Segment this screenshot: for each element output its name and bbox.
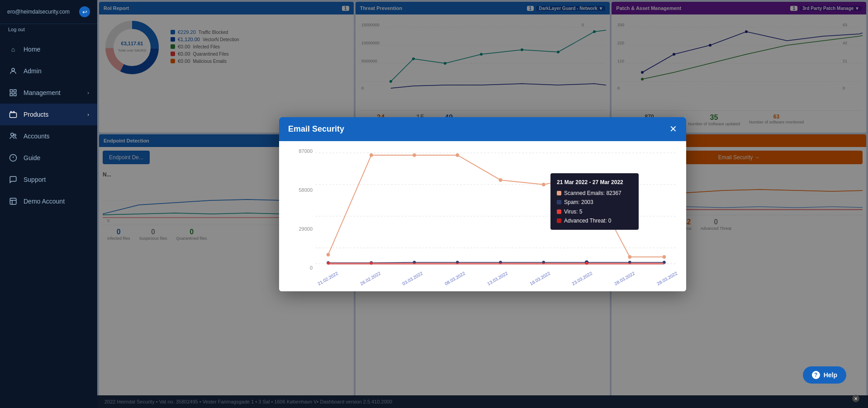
x-label-6: 18.03.2022	[529, 270, 551, 286]
y-label-58000: 58000	[299, 187, 313, 193]
home-icon: ⌂	[8, 44, 18, 54]
y-label-87000: 87000	[299, 148, 313, 154]
sidebar-item-label: Home	[24, 46, 40, 53]
sidebar-nav: ⌂ Home Admin Management › Products ›	[0, 35, 97, 408]
sidebar-item-label: Demo Account	[24, 198, 65, 205]
admin-icon	[8, 66, 18, 76]
sidebar-item-products[interactable]: Products ›	[0, 104, 97, 125]
modal-title: Email Security	[288, 124, 344, 134]
svg-point-7	[14, 134, 16, 137]
scanned-dot	[557, 191, 561, 195]
chevron-right-icon: ›	[87, 112, 89, 117]
tooltip-advanced-threat: Advanced Threat: 0	[557, 216, 632, 225]
sidebar-item-management[interactable]: Management ›	[0, 82, 97, 104]
x-label-9: 28.03.2022	[656, 270, 678, 286]
x-label-5: 13.03.2022	[486, 270, 508, 286]
help-label: Help	[824, 371, 837, 379]
help-button[interactable]: ? Help	[803, 366, 846, 384]
tooltip-spam-value: Spam: 2003	[564, 198, 593, 207]
svg-point-73	[455, 153, 459, 157]
tooltip-spam: Spam: 2003	[557, 198, 632, 207]
sidebar-item-label: Accounts	[24, 133, 50, 140]
logout-label: Log out	[0, 24, 97, 35]
products-icon	[8, 109, 18, 119]
chart-tooltip: 21 Mar 2022 - 27 Mar 2022 Scanned Emails…	[550, 173, 639, 230]
y-label-29000: 29000	[299, 226, 313, 232]
tooltip-date-range: 21 Mar 2022 - 27 Mar 2022	[557, 178, 632, 187]
spam-dot	[557, 200, 561, 204]
tooltip-virus: Virus: 5	[557, 207, 632, 216]
management-icon	[8, 88, 18, 98]
sidebar-item-home[interactable]: ⌂ Home	[0, 38, 97, 60]
x-label-3: 03.03.2022	[402, 270, 424, 286]
tooltip-advanced-threat-value: Advanced Threat: 0	[564, 216, 612, 225]
y-label-0: 0	[310, 265, 313, 270]
logout-button[interactable]: ↩	[79, 6, 90, 17]
virus-dot	[557, 209, 561, 214]
accounts-icon	[8, 131, 18, 141]
sidebar-item-accounts[interactable]: Accounts	[0, 125, 97, 147]
svg-rect-1	[10, 90, 12, 92]
email-security-modal: Email Security ✕ 87000 58000 29000 0	[279, 117, 686, 291]
advanced-threat-dot	[557, 218, 561, 223]
demo-icon	[8, 196, 18, 206]
modal-close-button[interactable]: ✕	[669, 124, 677, 133]
svg-point-75	[542, 183, 545, 186]
sidebar-item-demo-account[interactable]: Demo Account	[0, 190, 97, 212]
svg-point-74	[499, 178, 503, 182]
chevron-right-icon: ›	[87, 90, 89, 95]
svg-point-70	[327, 253, 330, 256]
sidebar-item-admin[interactable]: Admin	[0, 60, 97, 82]
guide-icon	[8, 153, 18, 163]
svg-point-0	[12, 68, 14, 71]
help-icon: ?	[812, 371, 820, 379]
user-email: ero@heimdalsecurity.com	[7, 9, 70, 15]
sidebar-item-label: Support	[24, 176, 46, 183]
sidebar-item-label: Guide	[24, 154, 40, 161]
x-label-2: 26.02.2022	[359, 270, 381, 286]
x-axis-labels: 21.02.2022 26.02.2022 03.03.2022 08.03.2…	[315, 270, 677, 284]
svg-point-78	[663, 255, 666, 259]
y-axis-labels: 87000 58000 29000 0	[288, 148, 315, 270]
support-icon	[8, 175, 18, 185]
help-close-button[interactable]: ✕	[852, 395, 859, 402]
svg-point-72	[413, 153, 416, 157]
modal-overlay[interactable]: Email Security ✕ 87000 58000 29000 0	[97, 0, 868, 408]
svg-rect-3	[14, 94, 16, 96]
svg-rect-2	[14, 90, 16, 92]
sidebar-item-label: Management	[24, 89, 61, 96]
tooltip-scanned-value: Scanned Emails: 82367	[564, 189, 621, 198]
sidebar-item-guide[interactable]: Guide	[0, 147, 97, 169]
svg-point-6	[11, 133, 14, 136]
x-label-4: 08.03.2022	[444, 270, 466, 286]
sidebar-user-info: ero@heimdalsecurity.com ↩	[0, 0, 97, 24]
svg-point-71	[370, 153, 373, 157]
svg-rect-5	[10, 113, 17, 118]
tooltip-scanned: Scanned Emails: 82367	[557, 189, 632, 198]
x-label-7: 23.03.2022	[571, 270, 593, 286]
x-label-8: 28.03.2022	[613, 270, 636, 286]
svg-rect-11	[10, 198, 16, 204]
x-label-1: 21.02.2022	[317, 270, 339, 286]
tooltip-virus-value: Virus: 5	[564, 207, 582, 216]
sidebar-item-support[interactable]: Support	[0, 169, 97, 190]
sidebar: ero@heimdalsecurity.com ↩ Log out ⌂ Home…	[0, 0, 97, 408]
sidebar-item-label: Products	[24, 111, 48, 118]
svg-point-77	[628, 255, 631, 259]
svg-rect-4	[10, 94, 12, 96]
modal-body: 87000 58000 29000 0	[279, 141, 686, 291]
sidebar-item-label: Admin	[24, 67, 42, 75]
modal-header: Email Security ✕	[279, 117, 686, 141]
chart-container: 87000 58000 29000 0	[288, 148, 677, 284]
